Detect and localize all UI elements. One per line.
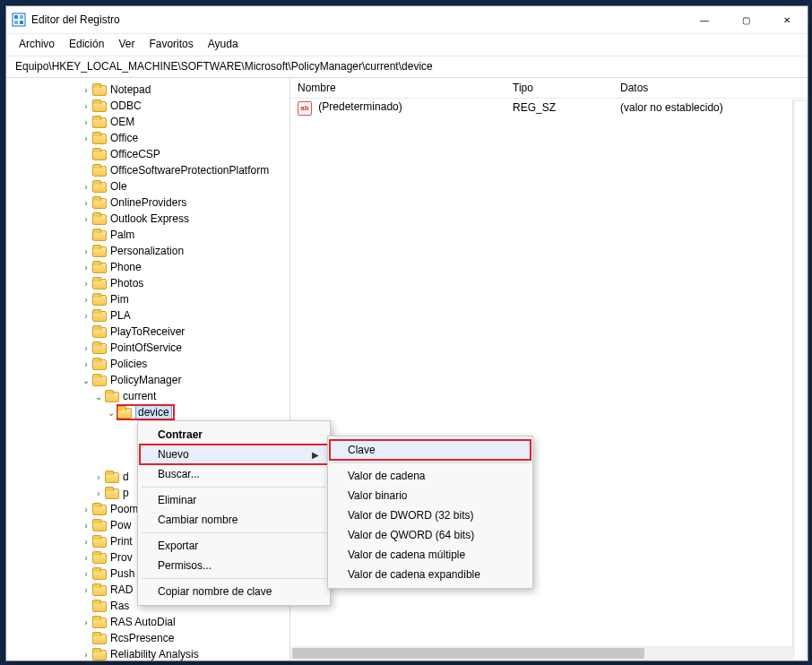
submenu-item-label: Valor de DWORD (32 bits) [348,509,473,522]
submenu-item-label: Valor binario [348,489,407,502]
chevron-right-icon[interactable]: › [80,279,92,289]
submenu-item-valor-binario[interactable]: Valor binario [330,486,531,505]
chevron-right-icon[interactable]: › [80,343,92,353]
tree-item[interactable]: ›Photos [12,275,289,291]
address-bar[interactable]: Equipo\HKEY_LOCAL_MACHINE\SOFTWARE\Micro… [6,56,808,78]
menu-archivo[interactable]: Archivo [13,36,60,52]
chevron-right-icon[interactable]: › [80,553,92,563]
tree-item[interactable]: ›Policies [12,356,289,372]
values-vscrollbar[interactable] [792,99,808,657]
value-row[interactable]: ab (Predeterminado) REG_SZ (valor no est… [290,99,808,117]
chevron-right-icon[interactable]: › [80,359,92,369]
tree-item[interactable]: ›RAS AutoDial [12,614,289,630]
chevron-right-icon[interactable]: › [80,295,92,305]
tree-item[interactable]: ›Reliability Analysis [12,646,289,661]
close-button[interactable]: ✕ [766,6,808,33]
tree-item[interactable]: RcsPresence [12,630,289,646]
chevron-down-icon[interactable]: ⌄ [80,376,92,385]
submenu-item-label: Valor de cadena múltiple [348,548,465,561]
chevron-right-icon[interactable]: › [92,488,105,498]
tree-item[interactable]: ›PointOfService [12,340,289,356]
tree-item[interactable]: ›Ole [12,178,289,194]
tree-item-label: Personalization [110,245,184,257]
chevron-right-icon[interactable]: › [80,311,92,321]
folder-icon [92,600,107,612]
chevron-right-icon[interactable]: › [80,214,92,224]
chevron-down-icon[interactable]: ⌄ [92,392,105,402]
tree-item[interactable]: OfficeCSP [12,146,289,162]
tree-item[interactable]: ›Office [12,130,289,146]
submenu-item-valor-de-qword-bits-[interactable]: Valor de QWORD (64 bits) [330,525,531,545]
chevron-right-icon[interactable]: › [80,101,92,111]
tree-item[interactable]: ⌄current [12,388,289,404]
tree-item[interactable]: OfficeSoftwareProtectionPlatform [12,162,289,178]
chevron-right-icon[interactable]: › [80,618,92,627]
chevron-right-icon[interactable]: › [92,472,105,482]
chevron-right-icon[interactable]: › [80,117,92,127]
ctx-item-label: Cambiar nombre [158,514,238,526]
submenu-item-valor-de-cadena-expandible[interactable]: Valor de cadena expandible [330,565,531,584]
tree-item[interactable]: Palm [12,227,289,243]
tree-item-label: Ras [110,600,129,612]
titlebar[interactable]: Editor del Registro — ▢ ✕ [6,6,808,34]
ctx-item-exportar[interactable]: Exportar [140,536,333,556]
chevron-right-icon[interactable]: › [80,521,92,531]
col-nombre[interactable]: Nombre [298,82,513,94]
chevron-right-icon[interactable]: › [80,585,92,595]
tree-item[interactable]: ⌄PolicyManager [12,372,289,388]
ctx-item-buscar-[interactable]: Buscar... [140,464,333,484]
menu-favoritos[interactable]: Favoritos [143,36,198,52]
tree-item[interactable]: ›Pim [12,291,289,307]
chevron-right-icon[interactable]: › [80,263,92,272]
chevron-right-icon[interactable]: › [80,198,92,208]
tree-item[interactable]: ›OEM [12,114,289,130]
ctx-item-permisos-[interactable]: Permisos... [140,556,333,575]
chevron-right-icon[interactable]: › [80,537,92,547]
menu-ver[interactable]: Ver [113,36,140,52]
folder-icon [92,616,107,628]
ctx-item-contraer[interactable]: Contraer [140,425,333,445]
chevron-right-icon[interactable]: › [80,650,92,660]
submenu-item-valor-de-dword-bits-[interactable]: Valor de DWORD (32 bits) [330,505,531,525]
svg-rect-4 [20,21,23,24]
ctx-item-eliminar[interactable]: Eliminar [140,490,333,510]
tree-item-label: Notepad [110,83,151,96]
submenu-item-clave[interactable]: Clave [330,440,531,460]
minimize-button[interactable]: — [684,6,725,33]
tree-item[interactable]: ›PLA [12,307,289,324]
chevron-right-icon[interactable]: › [80,505,92,514]
tree-item-label: OEM [110,116,134,128]
chevron-down-icon[interactable]: ⌄ [105,408,117,418]
col-datos[interactable]: Datos [620,82,800,94]
ctx-item-nuevo[interactable]: Nuevo▶ [140,445,333,464]
folder-icon [92,551,107,564]
tree-item[interactable]: ›OnlineProviders [12,194,289,211]
tree-item[interactable]: ›Outlook Express [12,211,289,227]
values-hscrollbar[interactable] [290,646,793,661]
menu-ayuda[interactable]: Ayuda [203,36,244,52]
tree-item[interactable]: ⌄device [12,404,289,420]
maximize-button[interactable]: ▢ [725,6,766,33]
submenu-item-valor-de-cadena-m-ltiple[interactable]: Valor de cadena múltiple [330,545,531,565]
ctx-item-label: Contraer [158,428,203,441]
tree-item[interactable]: ›ODBC [12,98,289,114]
chevron-right-icon[interactable]: › [80,246,92,256]
submenu-item-valor-de-cadena[interactable]: Valor de cadena [330,466,531,486]
tree-item[interactable]: ›Phone [12,259,289,275]
chevron-right-icon[interactable]: › [80,134,92,143]
ctx-item-cambiar-nombre[interactable]: Cambiar nombre [140,510,333,530]
tree-item[interactable]: PlayToReceiver [12,324,289,340]
folder-icon [92,83,107,96]
tree-item[interactable]: ›Notepad [12,82,289,98]
folder-icon [92,196,107,209]
col-tipo[interactable]: Tipo [513,82,620,94]
menu-edicion[interactable]: Edición [64,36,109,52]
chevron-right-icon[interactable]: › [80,182,92,192]
folder-icon [92,277,107,289]
chevron-right-icon[interactable]: › [80,569,92,579]
ctx-item-copiar-nombre-de-clave[interactable]: Copiar nombre de clave [140,582,333,601]
chevron-right-icon[interactable]: › [80,85,92,95]
tree-item-label: PolicyManager [110,374,181,386]
tree-item-label: Poom [110,503,138,515]
tree-item[interactable]: ›Personalization [12,243,289,259]
